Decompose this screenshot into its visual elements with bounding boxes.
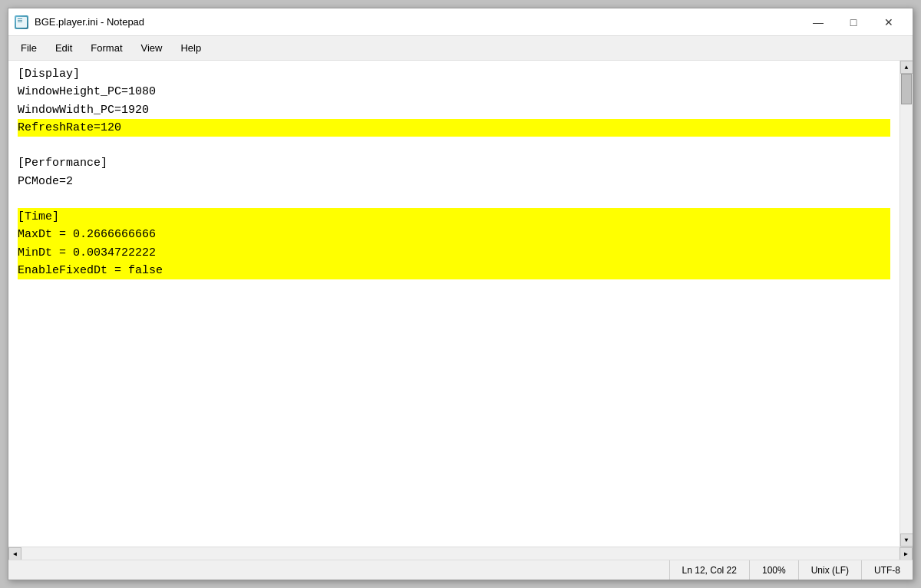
horizontal-scrollbar[interactable]: ◀ ▶ (8, 547, 913, 560)
cursor-position: Ln 12, Col 22 (669, 560, 749, 580)
notepad-window: BGE.player.ini - Notepad — □ ✕ File Edit… (8, 8, 913, 580)
editor-line: [Display] (18, 65, 890, 83)
status-bar: Ln 12, Col 22 100% Unix (LF) UTF-8 (8, 560, 913, 580)
editor-line (18, 137, 890, 154)
scroll-thumb-vertical[interactable] (901, 74, 912, 104)
editor-line: PCMode=2 (18, 173, 890, 190)
editor-line: [Performance] (18, 154, 890, 172)
editor-line: WindowHeight_PC=1080 (18, 83, 890, 101)
encoding: UTF-8 (861, 560, 913, 580)
editor-area: [Display]WindowHeight_PC=1080WindowWidth… (8, 61, 913, 547)
title-bar: BGE.player.ini - Notepad — □ ✕ (8, 8, 913, 36)
window-controls: — □ ✕ (801, 10, 906, 35)
editor-line (18, 190, 890, 208)
menu-format[interactable]: Format (81, 39, 131, 57)
editor-line: WindowWidth_PC=1920 (18, 101, 890, 119)
menu-edit[interactable]: Edit (46, 39, 81, 57)
minimize-button[interactable]: — (801, 10, 836, 35)
editor-line: MinDt = 0.0034722222 (18, 244, 890, 262)
menu-bar: File Edit Format View Help (8, 36, 913, 61)
menu-view[interactable]: View (132, 39, 172, 57)
editor-line: MaxDt = 0.2666666666 (18, 226, 890, 243)
window-title: BGE.player.ini - Notepad (35, 16, 144, 28)
line-ending: Unix (LF) (798, 560, 861, 580)
scroll-right-button[interactable]: ▶ (900, 547, 913, 560)
editor-line: [Time] (18, 208, 890, 226)
editor-line: RefreshRate=120 (18, 119, 890, 137)
editor-line: EnableFixedDt = false (18, 262, 890, 279)
menu-file[interactable]: File (12, 39, 46, 57)
app-icon (15, 15, 28, 29)
text-editor[interactable]: [Display]WindowHeight_PC=1080WindowWidth… (8, 61, 900, 547)
scroll-track-vertical[interactable] (900, 74, 913, 533)
menu-help[interactable]: Help (171, 39, 210, 57)
close-button[interactable]: ✕ (871, 10, 906, 35)
scroll-down-button[interactable]: ▼ (900, 533, 913, 547)
scroll-track-horizontal[interactable] (21, 547, 900, 560)
maximize-button[interactable]: □ (836, 10, 871, 35)
scroll-up-button[interactable]: ▲ (900, 61, 913, 74)
scroll-left-button[interactable]: ◀ (8, 547, 21, 560)
zoom-level: 100% (749, 560, 798, 580)
vertical-scrollbar[interactable]: ▲ ▼ (900, 61, 913, 547)
title-bar-left: BGE.player.ini - Notepad (15, 15, 144, 29)
